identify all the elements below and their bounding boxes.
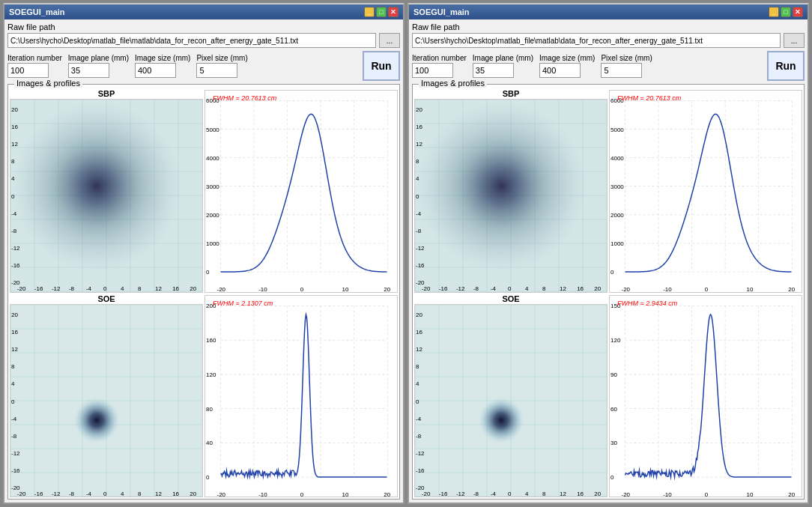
right-images-profiles-label: Images & profiles [419,79,487,88]
right-soe-profile-area: FWHM = 2.9434 cm [609,295,802,498]
right-soe-image: SOE [414,294,608,498]
param-group-0: Iteration number [7,54,62,78]
right-soe-profile: FWHM = 2.9434 cm [609,294,802,498]
right-window: SOEGUI_main _ □ ✕ Raw file path ... Iter… [407,3,809,504]
right-sbp-title: SBP [414,89,608,98]
left-sbp-image: SBP [10,89,203,293]
left-sbp-profile: FWHM = 20.7613 cm [204,89,398,293]
right-soe-title: SOE [414,294,608,303]
right-sbp-image-area [414,99,608,293]
left-sbp-image-area [10,99,203,293]
right-sbp-profile-area: FWHM = 20.7613 cm [609,90,802,293]
close-btn-right[interactable]: ✕ [793,7,803,17]
param-label-3: Pixel size (mm) [601,54,652,62]
right-title-bar: SOEGUI_main _ □ ✕ [409,4,808,19]
left-soe-profile-area: FWHM = 2.1307 cm [204,295,398,498]
minimize-btn-left[interactable]: _ [364,7,375,17]
param-input-1[interactable] [473,63,514,78]
left-soe-fwhm: FWHM = 2.1307 cm [213,300,273,307]
left-browse-button[interactable]: ... [379,33,400,48]
maximize-btn-right[interactable]: □ [781,7,791,17]
param-group-1: Image plane (mm) [68,54,129,78]
right-soe-fwhm: FWHM = 2.9434 cm [617,300,677,307]
left-title-text: SOEGUI_main [9,7,65,16]
right-browse-button[interactable]: ... [784,33,805,48]
left-raw-file-label: Raw file path [7,22,400,31]
left-window: SOEGUI_main _ □ ✕ Raw file path ... Iter… [3,3,405,504]
left-soe-profile: FWHM = 2.1307 cm [204,294,398,498]
left-file-input[interactable] [7,33,376,48]
param-label-0: Iteration number [412,54,467,62]
param-input-3[interactable] [196,63,237,78]
left-soe-image: SOE [10,294,203,498]
param-label-1: Image plane (mm) [68,54,129,62]
left-run-button[interactable]: Run [363,51,400,81]
param-input-0[interactable] [7,63,49,78]
right-sbp-profile: FWHM = 20.7613 cm [609,89,802,293]
param-input-2[interactable] [539,63,581,78]
param-group-2: Image size (mm) [135,54,190,78]
param-label-3: Pixel size (mm) [196,54,247,62]
param-input-0[interactable] [412,63,453,78]
left-soe-title: SOE [10,294,203,303]
param-label-0: Iteration number [7,54,62,62]
param-group-3: Pixel size (mm) [196,54,247,78]
left-soe-image-area [10,304,203,498]
param-label-1: Image plane (mm) [473,54,533,62]
param-label-2: Image size (mm) [539,54,595,62]
left-sbp-profile-area: FWHM = 20.7613 cm [204,90,398,293]
param-label-2: Image size (mm) [135,54,190,62]
right-run-button[interactable]: Run [767,51,805,81]
right-sbp-image: SBP [414,89,608,293]
param-input-3[interactable] [601,63,642,78]
param-group-0: Iteration number [412,54,467,78]
left-images-profiles-label: Images & profiles [14,79,82,88]
left-images-profiles-box: Images & profiles SBP FWHM = 20.7613 cm [7,84,400,500]
right-raw-file-label: Raw file path [412,22,805,31]
param-input-2[interactable] [135,63,176,78]
maximize-btn-left[interactable]: □ [376,7,387,17]
right-sbp-fwhm: FWHM = 20.7613 cm [617,94,681,102]
left-sbp-fwhm: FWHM = 20.7613 cm [213,94,276,102]
minimize-btn-right[interactable]: _ [769,7,779,17]
param-input-1[interactable] [68,63,109,78]
param-group-3: Pixel size (mm) [601,54,652,78]
param-group-2: Image size (mm) [539,54,595,78]
left-sbp-title: SBP [10,89,203,98]
right-images-profiles-box: Images & profiles SBP FWHM = 20.7613 cm [412,84,805,500]
right-soe-image-area [414,304,608,498]
close-btn-left[interactable]: ✕ [388,7,399,17]
param-group-1: Image plane (mm) [473,54,533,78]
right-file-input[interactable] [412,33,781,48]
left-title-bar: SOEGUI_main _ □ ✕ [4,4,403,19]
right-title-text: SOEGUI_main [413,7,470,16]
